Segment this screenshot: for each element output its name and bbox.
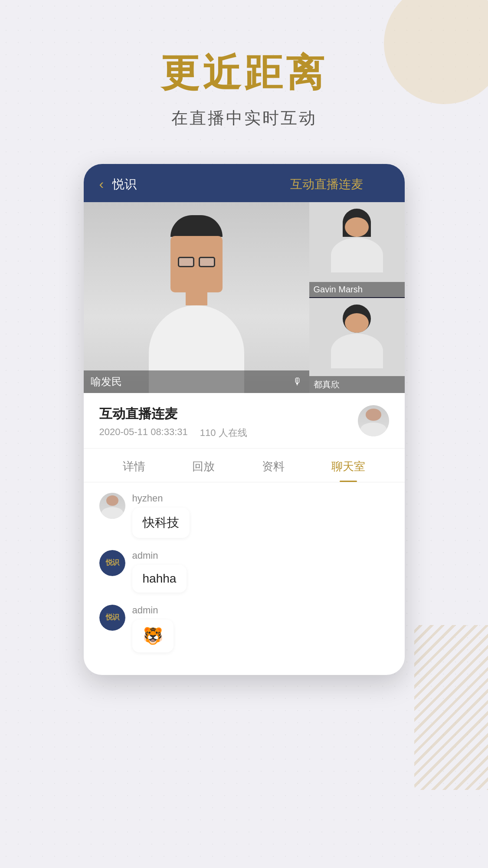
main-video-panel: 喻发民 🎙 (84, 202, 309, 393)
tab-details[interactable]: 详情 (123, 449, 145, 482)
chat-avatar-hyzhen-head (106, 495, 118, 506)
side-video-2: 都真欣 (309, 298, 405, 393)
chat-username-2: admin (132, 550, 187, 561)
phone-mockup: ‹ 悦识 互动直播连麦 (84, 164, 405, 675)
stream-meta: 2020-05-11 08:33:31 110 人在线 (99, 426, 247, 439)
chat-avatar-hyzhen-body (102, 507, 123, 518)
side-video-2-label: 都真欣 (309, 376, 405, 393)
chat-username-3: admin (132, 605, 174, 616)
host-avatar (358, 405, 389, 436)
chat-bubble-3: 🐯 (132, 619, 174, 652)
chat-avatar-hyzhen (99, 493, 125, 519)
page-title-label: 互动直播连麦 (290, 176, 363, 193)
neck (186, 292, 207, 305)
hero-section: 更近距离 在直播中实时互动 (0, 0, 488, 151)
tab-chatroom[interactable]: 聊天室 (331, 449, 365, 482)
main-person-name: 喻发民 (91, 375, 122, 389)
main-face (170, 236, 223, 292)
chat-avatar-hyzhen-inner (99, 493, 125, 519)
hero-subtitle: 在直播中实时互动 (0, 107, 488, 129)
side2-face (345, 313, 369, 333)
phone-container: ‹ 悦识 互动直播连麦 (0, 164, 488, 675)
app-name-label: 悦识 (112, 176, 137, 193)
chat-username-1: hyzhen (132, 493, 190, 504)
side-video-1-label: Gavin Marsh (309, 282, 405, 297)
left-lens (178, 257, 194, 267)
side-video-panel: Gavin Marsh 都真欣 (309, 202, 405, 393)
host-avatar-head (366, 409, 381, 421)
side2-hair (343, 305, 371, 333)
side1-face (345, 217, 369, 237)
chat-section: hyzhen 快科技 悦识 admin hahha (84, 482, 405, 675)
stream-viewers: 110 人在线 (200, 426, 247, 439)
stream-title: 互动直播连麦 (99, 405, 247, 423)
back-icon[interactable]: ‹ (99, 176, 104, 192)
stream-date: 2020-05-11 08:33:31 (99, 426, 188, 439)
right-lens (199, 257, 215, 267)
chat-content-3: admin 🐯 (132, 605, 174, 652)
side-video-1: Gavin Marsh (309, 202, 405, 297)
glasses-area (178, 257, 215, 267)
main-person-figure (149, 215, 244, 393)
main-hair (170, 215, 223, 237)
tab-replay[interactable]: 回放 (192, 449, 215, 482)
info-left: 互动直播连麦 2020-05-11 08:33:31 110 人在线 (99, 405, 247, 439)
chat-item-3: 悦识 admin 🐯 (99, 605, 389, 652)
tabs-bar: 详情 回放 资料 聊天室 (84, 449, 405, 482)
side2-body (331, 334, 383, 368)
hero-title: 更近距离 (0, 52, 488, 94)
chat-bubble-1: 快科技 (132, 508, 190, 538)
main-video-bg (84, 202, 309, 393)
chat-item-1: hyzhen 快科技 (99, 493, 389, 538)
side1-body (331, 238, 383, 272)
video-grid: 喻发民 🎙 Gavin Marsh (84, 202, 405, 393)
chat-item-2: 悦识 admin hahha (99, 550, 389, 593)
chat-bubble-2: hahha (132, 565, 187, 593)
chat-avatar-admin-2-badge: 悦识 (99, 605, 125, 631)
chat-avatar-admin-1-badge: 悦识 (99, 550, 125, 576)
chat-avatar-admin-1: 悦识 (99, 550, 125, 576)
chat-avatar-admin-2: 悦识 (99, 605, 125, 631)
chat-content-2: admin hahha (132, 550, 187, 593)
host-avatar-body (360, 423, 386, 436)
host-avatar-inner (358, 405, 389, 436)
tab-materials[interactable]: 资料 (262, 449, 285, 482)
chat-content-1: hyzhen 快科技 (132, 493, 190, 538)
mic-icon: 🎙 (293, 376, 302, 387)
main-video-label: 喻发民 🎙 (84, 370, 309, 393)
info-section: 互动直播连麦 2020-05-11 08:33:31 110 人在线 (84, 393, 405, 444)
side1-hair (343, 209, 371, 237)
side-person-1-name: Gavin Marsh (314, 285, 363, 294)
phone-header: ‹ 悦识 互动直播连麦 (84, 164, 405, 202)
side-person-2-name: 都真欣 (314, 380, 340, 389)
